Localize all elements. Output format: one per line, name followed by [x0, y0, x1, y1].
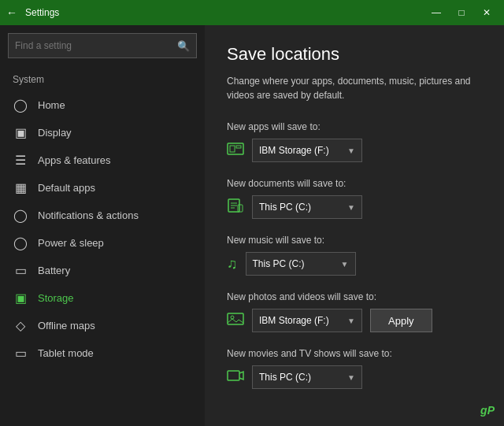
- music-dropdown-value: This PC (C:): [253, 258, 335, 269]
- sidebar-item-tablet[interactable]: ▭ Tablet mode: [0, 339, 205, 367]
- save-row-photos: New photos and videos will save to: IBM …: [227, 291, 482, 332]
- apps-dropdown[interactable]: IBM Storage (F:) ▼: [252, 139, 362, 162]
- watermark: gP: [480, 404, 495, 417]
- sidebar-item-battery[interactable]: ▭ Battery: [0, 257, 205, 284]
- sidebar-item-power[interactable]: ◯ Power & sleep: [0, 229, 205, 257]
- photos-dropdown-arrow: ▼: [347, 317, 355, 325]
- documents-dropdown-arrow: ▼: [347, 203, 355, 212]
- titlebar-title: Settings: [25, 7, 425, 18]
- sidebar-item-label: Default apps: [38, 182, 95, 194]
- movies-dropdown-arrow: ▼: [347, 373, 355, 382]
- movies-dropdown-value: This PC (C:): [259, 372, 341, 383]
- offline-maps-icon: ◇: [13, 318, 28, 333]
- tablet-icon: ▭: [13, 346, 28, 361]
- music-save-label: New music will save to:: [227, 235, 482, 246]
- page-title: Save locations: [227, 44, 482, 65]
- search-box[interactable]: 🔍: [8, 33, 197, 58]
- sidebar-item-label: Power & sleep: [38, 237, 104, 249]
- sidebar-item-label: Home: [38, 99, 65, 111]
- maximize-button[interactable]: □: [450, 5, 472, 20]
- apps-controls: IBM Storage (F:) ▼: [227, 139, 482, 162]
- search-input[interactable]: [15, 40, 177, 51]
- apps-icon: ☰: [13, 153, 28, 168]
- movies-save-label: New movies and TV shows will save to:: [227, 348, 482, 359]
- documents-dropdown[interactable]: This PC (C:) ▼: [252, 195, 362, 219]
- default-apps-icon: ▦: [13, 180, 28, 195]
- sidebar: 🔍 System ◯ Home ▣ Display ☰ Apps & featu…: [0, 25, 205, 426]
- photos-save-label: New photos and videos will save to:: [227, 291, 482, 302]
- storage-icon: ▣: [13, 291, 28, 306]
- apps-dropdown-value: IBM Storage (F:): [259, 145, 341, 156]
- save-row-music: New music will save to: ♫ This PC (C:) ▼: [227, 235, 482, 276]
- battery-icon: ▭: [13, 263, 28, 278]
- titlebar: ← Settings — □ ✕: [0, 0, 504, 25]
- apps-save-label: New apps will save to:: [227, 121, 482, 132]
- search-icon: 🔍: [177, 40, 190, 52]
- sidebar-item-label: Tablet mode: [38, 347, 94, 359]
- svg-rect-1: [230, 146, 235, 152]
- sidebar-item-label: Storage: [38, 292, 74, 304]
- music-controls: ♫ This PC (C:) ▼: [227, 252, 482, 276]
- documents-dropdown-value: This PC (C:): [259, 202, 341, 213]
- home-icon: ◯: [13, 98, 28, 113]
- documents-save-label: New documents will save to:: [227, 178, 482, 189]
- movies-controls: This PC (C:) ▼: [227, 365, 482, 389]
- save-row-movies: New movies and TV shows will save to: Th…: [227, 348, 482, 389]
- sidebar-item-home[interactable]: ◯ Home: [0, 91, 205, 119]
- minimize-button[interactable]: —: [425, 5, 447, 20]
- music-dropdown-arrow: ▼: [341, 260, 349, 269]
- apply-button[interactable]: Apply: [370, 309, 432, 332]
- sidebar-item-storage[interactable]: ▣ Storage: [0, 284, 205, 312]
- sidebar-item-apps[interactable]: ☰ Apps & features: [0, 146, 205, 174]
- power-icon: ◯: [13, 235, 28, 250]
- sidebar-item-label: Display: [38, 127, 72, 139]
- save-row-documents: New documents will save to: This PC (C:)…: [227, 178, 482, 219]
- movies-save-icon: [227, 369, 244, 387]
- sidebar-item-notifications[interactable]: ◯ Notifications & actions: [0, 202, 205, 229]
- sidebar-item-label: Notifications & actions: [38, 209, 139, 221]
- titlebar-controls: — □ ✕: [425, 5, 498, 20]
- svg-rect-10: [228, 371, 239, 380]
- documents-save-icon: [227, 198, 244, 217]
- svg-rect-7: [238, 205, 243, 212]
- apps-dropdown-arrow: ▼: [347, 146, 355, 155]
- notifications-icon: ◯: [13, 208, 28, 223]
- sidebar-item-label: Apps & features: [38, 154, 111, 166]
- sidebar-item-default-apps[interactable]: ▦ Default apps: [0, 174, 205, 202]
- sidebar-item-label: Offline maps: [38, 320, 95, 332]
- music-save-icon: ♫: [227, 256, 238, 272]
- svg-rect-8: [228, 313, 243, 324]
- sidebar-item-offline-maps[interactable]: ◇ Offline maps: [0, 312, 205, 339]
- music-dropdown[interactable]: This PC (C:) ▼: [246, 252, 356, 276]
- sidebar-item-display[interactable]: ▣ Display: [0, 119, 205, 146]
- apps-save-icon: [227, 142, 244, 160]
- save-row-apps: New apps will save to: IBM Storage (F:) …: [227, 121, 482, 162]
- page-description: Change where your apps, documents, music…: [227, 74, 482, 102]
- photos-dropdown-value: IBM Storage (F:): [259, 315, 341, 326]
- photos-save-icon: [227, 312, 244, 330]
- back-button[interactable]: ←: [6, 6, 17, 19]
- content-area: Save locations Change where your apps, d…: [205, 25, 504, 426]
- photos-dropdown[interactable]: IBM Storage (F:) ▼: [252, 309, 362, 332]
- sidebar-section: System: [0, 71, 205, 91]
- sidebar-item-label: Battery: [38, 265, 70, 276]
- display-icon: ▣: [13, 125, 28, 140]
- svg-rect-2: [236, 146, 241, 148]
- movies-dropdown[interactable]: This PC (C:) ▼: [252, 365, 362, 389]
- main-layout: 🔍 System ◯ Home ▣ Display ☰ Apps & featu…: [0, 25, 504, 426]
- close-button[interactable]: ✕: [476, 5, 498, 20]
- photos-controls: IBM Storage (F:) ▼ Apply: [227, 309, 482, 332]
- documents-controls: This PC (C:) ▼: [227, 195, 482, 219]
